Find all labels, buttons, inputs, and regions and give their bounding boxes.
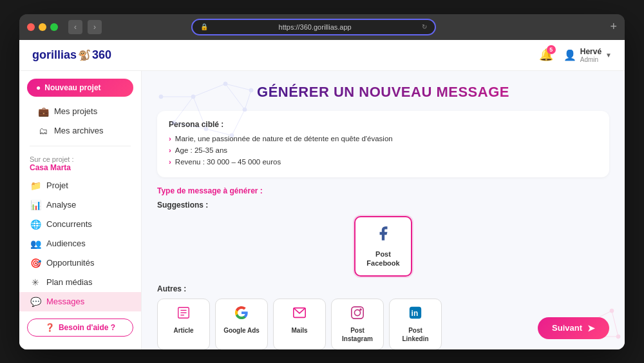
sidebar-item-mes-archives[interactable]: 🗂 Mes archives [27, 121, 133, 141]
suivant-label: Suivant [552, 323, 582, 333]
chevron-right-icon-3: › [169, 156, 171, 168]
traffic-lights [27, 23, 58, 31]
user-name: Hervé [580, 47, 601, 56]
sidebar-bottom: ❓ Besoin d'aide ? [19, 313, 141, 342]
notifications-button[interactable]: 🔔 5 [539, 48, 553, 62]
archive-icon: 🗂 [37, 126, 49, 136]
sidebar-label-projet: Projet [46, 181, 68, 190]
instagram-label: PostInstagram [342, 326, 373, 343]
card-post-facebook[interactable]: PostFacebook [354, 216, 412, 277]
new-project-label: Nouveau projet [44, 83, 100, 92]
autres-section: Autres : Article [157, 284, 609, 349]
sidebar-item-concurrents[interactable]: 🌐 Concurrents [19, 215, 141, 234]
logo-text: gorillias [32, 48, 77, 62]
address-bar[interactable]: 🔒 https://360.gorillias.app ↻ [191, 19, 436, 35]
new-tab-button[interactable]: + [610, 20, 617, 34]
sidebar-item-audiences[interactable]: 👥 Audiences [19, 234, 141, 253]
new-project-button[interactable]: ● Nouveau projet [27, 79, 133, 97]
card-article[interactable]: Article [157, 299, 210, 349]
help-button[interactable]: ❓ Besoin d'aide ? [27, 319, 133, 337]
persona-section: Persona ciblé : › Marie, une passionnée … [157, 111, 609, 177]
sidebar-top: ● Nouveau projet 💼 Mes projets 🗂 Mes arc… [19, 79, 141, 141]
sidebar-divider [30, 146, 131, 146]
chevron-right-icon: › [169, 133, 171, 144]
suggestions-label: Suggestions : [157, 201, 609, 210]
sidebar-label-messages: Messages [46, 297, 84, 306]
svg-line-23 [612, 311, 618, 337]
maximize-dot[interactable] [50, 23, 58, 31]
reload-icon[interactable]: ↻ [422, 23, 427, 30]
user-avatar-icon: 👤 [564, 49, 576, 61]
svg-point-32 [354, 310, 360, 316]
sidebar-item-analyse[interactable]: 📊 Analyse [19, 195, 141, 215]
sidebar-label-concurrents: Concurrents [46, 219, 92, 229]
facebook-card-label: PostFacebook [366, 250, 399, 268]
user-menu[interactable]: 👤 Hervé Admin ▼ [564, 47, 612, 63]
sidebar-item-plan-medias[interactable]: ✳ Plan médias [19, 273, 141, 292]
card-post-linkedin[interactable]: in PostLinkedin [389, 299, 442, 349]
card-mails[interactable]: Mails [273, 299, 326, 349]
notification-badge: 5 [547, 45, 556, 54]
sidebar-label-audiences: Audiences [46, 239, 86, 248]
browser-window: ‹ › 🔒 https://360.gorillias.app ↻ + gori… [19, 14, 625, 349]
back-button[interactable]: ‹ [68, 20, 82, 34]
sidebar-item-mes-projets[interactable]: 💼 Mes projets [27, 102, 133, 121]
asterisk-icon: ✳ [30, 277, 41, 288]
user-role: Admin [580, 56, 601, 63]
help-label: Besoin d'aide ? [59, 323, 115, 332]
instagram-icon [350, 306, 365, 323]
autres-label: Autres : [157, 284, 609, 293]
project-context: Sur ce projet : Casa Marta [19, 152, 141, 176]
persona-title: Persona ciblé : [169, 120, 598, 129]
sidebar-item-projet[interactable]: 📁 Projet [19, 176, 141, 195]
linkedin-icon: in [408, 306, 422, 323]
google-ads-label: Google Ads [223, 326, 260, 335]
sidebar-label-mes-projets: Mes projets [54, 106, 97, 116]
sidebar-label-analyse: Analyse [46, 200, 76, 210]
message-type-label: Type de message à générer : [157, 186, 609, 195]
main-content: GÉNÉRER UN NOUVEAU MESSAGE Persona ciblé… [142, 71, 625, 349]
linkedin-label: PostLinkedin [402, 326, 428, 343]
message-type-section: Type de message à générer : Suggestions … [157, 186, 609, 277]
article-icon [176, 306, 191, 323]
nav-right: 🔔 5 👤 Hervé Admin ▼ [539, 47, 612, 63]
briefcase-icon: 💼 [37, 106, 49, 117]
sidebar-item-opportunites[interactable]: 🎯 Opportunités [19, 253, 141, 273]
project-context-label: Sur ce projet : [30, 155, 73, 163]
chevron-down-icon: ▼ [605, 52, 612, 59]
svg-point-19 [610, 309, 614, 313]
top-nav: gorillias 🐒 360 🔔 5 👤 Hervé Admin ▼ [19, 40, 625, 71]
card-google-ads[interactable]: Google Ads [215, 299, 268, 349]
suggestions-grid: PostFacebook [157, 216, 609, 277]
forward-button[interactable]: › [88, 20, 102, 34]
project-name: Casa Marta [30, 163, 131, 172]
folder-icon: 📁 [30, 181, 41, 191]
persona-item-3: › Revenu : 30 000 – 45 000 euros [169, 156, 598, 168]
facebook-icon [375, 225, 392, 246]
lock-icon: 🔒 [200, 23, 208, 30]
page-heading: GÉNÉRER UN NOUVEAU MESSAGE [157, 84, 609, 101]
logo-360: 360 [92, 48, 111, 62]
chevron-right-icon-2: › [169, 144, 171, 156]
main-layout: ● Nouveau projet 💼 Mes projets 🗂 Mes arc… [19, 71, 625, 349]
suivant-button[interactable]: Suivant ➤ [538, 317, 609, 339]
logo-emoji: 🐒 [78, 49, 91, 61]
message-icon: 💬 [30, 297, 41, 307]
svg-rect-31 [352, 307, 363, 319]
sidebar: ● Nouveau projet 💼 Mes projets 🗂 Mes arc… [19, 71, 142, 349]
persona-text-2: Age : 25-35 ans [175, 144, 227, 156]
sidebar-item-messages[interactable]: 💬 Messages [19, 292, 141, 311]
minimize-dot[interactable] [39, 23, 46, 31]
users-icon: 👥 [30, 239, 41, 249]
card-post-instagram[interactable]: PostInstagram [331, 299, 384, 349]
sidebar-label-mes-archives: Mes archives [54, 126, 104, 135]
close-dot[interactable] [27, 23, 35, 31]
google-icon [234, 306, 249, 323]
mail-icon [292, 306, 307, 323]
globe-icon: 🌐 [30, 219, 41, 230]
persona-item-1: › Marie, une passionnée de nature et de … [169, 133, 598, 144]
app-content: gorillias 🐒 360 🔔 5 👤 Hervé Admin ▼ [19, 40, 625, 349]
mails-label: Mails [291, 326, 307, 335]
page-title: GÉNÉRER UN NOUVEAU MESSAGE [157, 84, 609, 101]
sidebar-label-opportunites: Opportunités [46, 258, 94, 268]
